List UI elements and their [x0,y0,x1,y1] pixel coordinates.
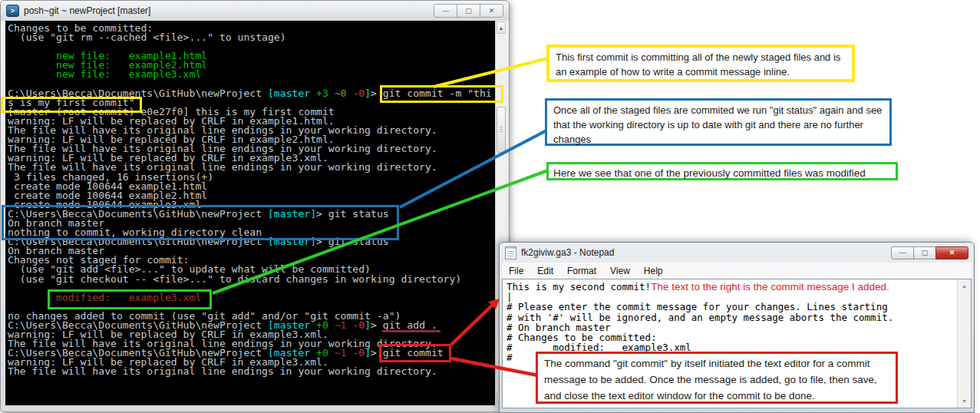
notepad-title: fk2giviw.ga3 - Notepad [521,247,614,258]
terminal-line: modified: example3.xml [8,293,495,302]
menu-help[interactable]: Help [637,266,670,276]
close-button[interactable]: ✕ [480,4,503,18]
menu-file[interactable]: File [502,266,530,276]
notepad-scroll-up-button[interactable]: ▲ [959,280,970,292]
notepad-menubar: File Edit Format View Help [502,263,972,279]
terminal-text: Changes to be committed: (use "git rm --… [8,24,495,377]
terminal-line: new file: example3.xml [8,70,495,79]
notepad-line: This is my second commit!The text to the… [506,282,955,292]
notepad-scrollbar[interactable]: ▲ ▼ [957,279,971,408]
annotation-git-status: Once all of the staged files are commite… [545,98,892,146]
notepad-close-icon: ✕ [949,249,955,256]
maximize-icon: ▢ [465,7,472,15]
notepad-scroll-down-button[interactable]: ▼ [959,395,970,407]
notepad-scroll-up-icon: ▲ [962,283,967,289]
terminal-titlebar[interactable]: > posh~git ~ newProject [master] — ▢ ✕ [1,1,509,21]
notepad-icon [505,246,516,259]
terminal-line: (use "git checkout -- <file>..." to disc… [8,275,495,284]
scroll-up-icon: ▲ [499,25,504,31]
notepad-minimize-button[interactable]: — [891,246,914,259]
powershell-icon: > [6,5,19,17]
terminal-window: > posh~git ~ newProject [master] — ▢ ✕ C… [0,0,510,412]
maximize-button[interactable]: ▢ [457,4,480,18]
notepad-window-controls: — ▢ ✕ [892,246,968,259]
terminal-window-controls: — ▢ ✕ [434,4,503,18]
notepad-titlebar[interactable]: fk2giviw.ga3 - Notepad — ▢ ✕ [500,243,974,263]
close-icon: ✕ [489,7,495,15]
notepad-text: This is my second commit!The text to the… [506,282,955,363]
notepad-scroll-down-icon: ▼ [962,398,967,404]
menu-view[interactable]: View [603,266,637,276]
notepad-minimize-icon: — [899,249,906,256]
annotation-first-commit: This first commit is committing all of t… [546,45,855,82]
notepad-maximize-button[interactable]: ▢ [913,246,936,259]
terminal-line: (use "git rm --cached <file>..." to unst… [8,33,495,42]
notepad-close-button[interactable]: ✕ [935,246,968,259]
notepad-red-note: The text to the right is the commit mess… [651,281,889,292]
minimize-icon: — [442,7,449,15]
thumb-grip-icon [500,127,503,132]
menu-format[interactable]: Format [560,266,603,276]
menu-edit[interactable]: Edit [530,266,560,276]
minimize-button[interactable]: — [434,4,457,18]
annotation-git-commit-editor: The command "git commit" by itself initi… [536,352,898,404]
annotation-modified-file: Here we see that one of the previously c… [546,162,898,180]
scroll-up-button[interactable]: ▲ [497,21,506,34]
page: { "terminal": { "title": "posh~git ~ new… [0,0,980,413]
terminal-title: posh~git ~ newProject [master] [24,5,150,16]
notepad-maximize-icon: ▢ [922,249,929,256]
scrollbar-thumb[interactable] [497,107,506,153]
console[interactable]: Changes to be committed: (use "git rm --… [5,21,495,405]
terminal-line: The file will have its original line end… [8,367,495,376]
